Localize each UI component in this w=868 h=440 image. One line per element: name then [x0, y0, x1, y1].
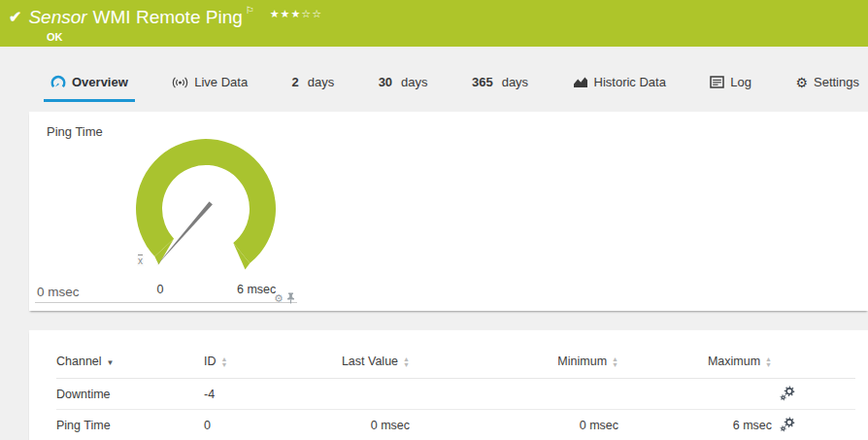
column-header-maximum[interactable]: Maximum▲▼ — [618, 351, 772, 379]
channel-maximum: 6 msec — [618, 410, 772, 440]
tab-settings[interactable]: ⚙ Settings — [788, 59, 866, 102]
widget-gear-icon[interactable]: ⚙ — [274, 293, 284, 304]
channel-settings-icon[interactable] — [780, 386, 795, 404]
star-rating[interactable]: ★★★☆☆ — [270, 8, 322, 20]
gauge-title: Ping Time — [47, 124, 103, 139]
channel-id: 0 — [204, 410, 293, 440]
sort-icon: ▲▼ — [403, 356, 410, 367]
gauge-baseline — [35, 302, 297, 303]
sensor-kind-label: Sensor — [28, 7, 86, 28]
channel-id: -4 — [204, 379, 293, 410]
page-title: WMI Remote Ping — [93, 7, 243, 28]
tab-live-data[interactable]: Live Data — [165, 59, 254, 102]
channel-name[interactable]: Downtime — [56, 379, 204, 410]
sort-icon: ▲▼ — [765, 356, 772, 367]
area-chart-icon — [573, 76, 588, 88]
tab-log[interactable]: Log — [703, 59, 758, 102]
channel-last-value — [293, 379, 410, 410]
sort-icon: ▲▼ — [221, 356, 228, 367]
channel-maximum — [618, 379, 772, 410]
gauge-arc — [136, 139, 276, 263]
column-header-channel[interactable]: Channel▼ — [56, 351, 204, 379]
gauge-icon — [50, 75, 66, 89]
column-header-last-value[interactable]: Last Value▲▼ — [293, 351, 410, 379]
live-data-icon — [172, 76, 188, 89]
channel-minimum: 0 msec — [410, 410, 618, 440]
table-row: Ping Time 0 0 msec 0 msec 6 msec — [56, 410, 855, 440]
channel-table: Channel▼ ID▲▼ Last Value▲▼ Minimum▲▼ Max… — [56, 351, 855, 440]
sort-desc-icon: ▼ — [107, 358, 115, 367]
channel-name[interactable]: Ping Time — [56, 410, 204, 440]
column-header-minimum[interactable]: Minimum▲▼ — [410, 351, 618, 379]
channel-table-card: Channel▼ ID▲▼ Last Value▲▼ Minimum▲▼ Max… — [29, 330, 868, 440]
ping-time-gauge-card: Ping Time x 0 6 msec 0 msec ⚙ — [29, 112, 868, 311]
sort-icon: ▲▼ — [612, 356, 618, 367]
gauge-scale-max: 6 msec — [237, 283, 276, 296]
tab-historic-data[interactable]: Historic Data — [566, 59, 673, 102]
log-icon — [710, 76, 724, 88]
pin-icon[interactable] — [286, 292, 295, 304]
gauge-current-value: 0 msec — [37, 285, 80, 299]
channel-minimum — [410, 379, 618, 410]
status-check-icon: ✔ — [9, 8, 21, 26]
column-header-id[interactable]: ID▲▼ — [204, 351, 293, 379]
tab-overview[interactable]: Overview — [44, 59, 135, 102]
tab-365-days[interactable]: 365 days — [465, 59, 535, 102]
table-header-row: Channel▼ ID▲▼ Last Value▲▼ Minimum▲▼ Max… — [56, 351, 855, 379]
gauge-average-marker: x — [137, 255, 144, 266]
widget-toolbar: ⚙ — [274, 292, 295, 304]
tab-bar: Overview Live Data 2 days 30 days 365 da… — [0, 47, 868, 102]
sensor-header: ✔ Sensor WMI Remote Ping ⚐ ★★★☆☆ OK — [0, 0, 868, 47]
table-row: Downtime -4 — [56, 379, 855, 410]
channel-last-value: 0 msec — [293, 410, 410, 440]
tab-2-days[interactable]: 2 days — [285, 59, 342, 102]
gauge-scale-min: 0 — [153, 283, 167, 296]
status-badge: OK — [47, 31, 63, 43]
tab-30-days[interactable]: 30 days — [372, 59, 435, 102]
gear-icon: ⚙ — [795, 76, 808, 89]
flag-icon[interactable]: ⚐ — [246, 5, 254, 16]
channel-settings-icon[interactable] — [780, 417, 795, 435]
ping-gauge — [104, 131, 308, 291]
column-header-actions — [772, 351, 855, 379]
